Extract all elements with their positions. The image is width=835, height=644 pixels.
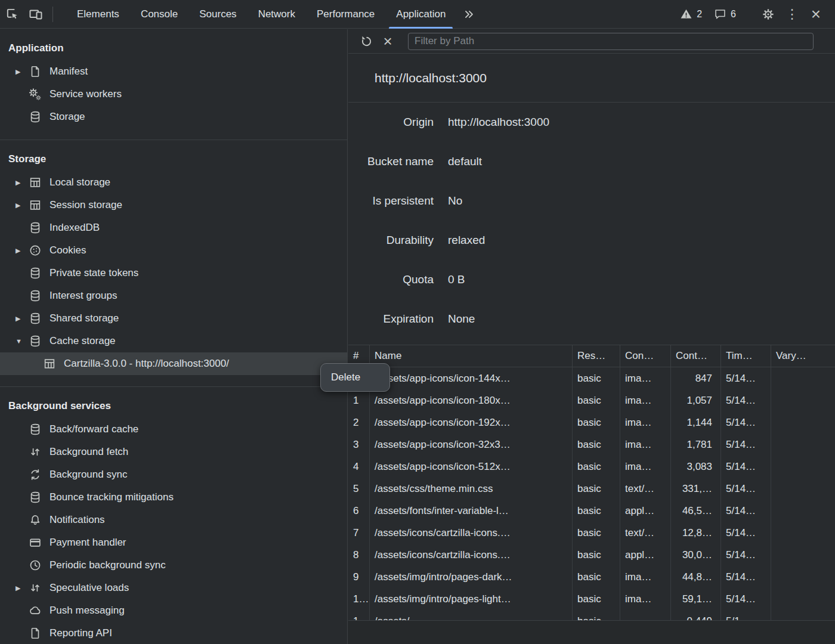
- warnings-badge[interactable]: 2: [674, 8, 708, 20]
- sidebar-item-storage[interactable]: Storage: [0, 106, 347, 128]
- sidebar-item-notifications[interactable]: Notifications: [0, 509, 347, 531]
- cell-content-length: 12,8…: [671, 522, 721, 544]
- up-down-arrows-icon: [29, 581, 42, 595]
- sidebar-item-shared-storage[interactable]: ▶ Shared storage: [0, 307, 347, 330]
- sidebar-item-background-sync[interactable]: Background sync: [0, 463, 347, 486]
- issues-badge[interactable]: 6: [708, 8, 742, 20]
- refresh-button[interactable]: [355, 30, 377, 52]
- column-header-vary[interactable]: Vary…: [771, 345, 835, 367]
- sidebar-item-private-state-tokens[interactable]: Private state tokens: [0, 262, 347, 284]
- cell-number: 1: [348, 389, 370, 411]
- sidebar-item-cookies[interactable]: ▶ Cookies: [0, 239, 347, 262]
- cell-number: 9: [348, 566, 370, 588]
- more-options-button[interactable]: ⋮: [780, 0, 804, 29]
- expander-expanded-icon[interactable]: ▼: [16, 338, 29, 345]
- sidebar-item-periodic-background-sync[interactable]: Periodic background sync: [0, 554, 347, 577]
- table-row[interactable]: 8 /assets/icons/cartzilla-icons.… basic …: [348, 544, 835, 566]
- tab-performance[interactable]: Performance: [306, 0, 385, 29]
- sidebar-item-manifest[interactable]: ▶ Manifest: [0, 60, 347, 83]
- warning-count: 2: [697, 9, 702, 20]
- cell-content-length: 1,057: [671, 389, 721, 411]
- table-row[interactable]: 1 /assets/app-icons/icon-180x… basic ima…: [348, 389, 835, 411]
- cell-number: 5: [348, 478, 370, 500]
- sidebar-item-cache-storage[interactable]: ▼ Cache storage: [0, 330, 347, 352]
- column-header-content-type[interactable]: Con…: [620, 345, 671, 367]
- inspect-element-button[interactable]: [0, 0, 24, 29]
- meta-label: Origin: [348, 116, 434, 129]
- sidebar-item-speculative-loads[interactable]: ▶ Speculative loads: [0, 577, 347, 599]
- sidebar-item-label: Private state tokens: [50, 267, 138, 279]
- clock-icon: [29, 559, 42, 572]
- column-header-response-type[interactable]: Res…: [573, 345, 620, 367]
- cell-name: /assets/app-icons/icon-192x…: [370, 411, 573, 434]
- cloud-icon: [29, 604, 42, 617]
- sidebar-item-payment-handler[interactable]: Payment handler: [0, 531, 347, 554]
- expander-collapsed-icon[interactable]: ▶: [16, 179, 29, 187]
- sidebar-item-cache-cartzilla[interactable]: Cartzilla-3.0.0 - http://localhost:3000/: [0, 352, 347, 375]
- cell-name: /assets/css/theme.min.css: [370, 478, 573, 500]
- toolbar-right-group: 2 6 ⋮ ×: [674, 0, 835, 29]
- table-row[interactable]: 0 /assets/app-icons/icon-144x… basic ima…: [348, 367, 835, 389]
- issues-count: 6: [731, 9, 736, 20]
- tab-network[interactable]: Network: [248, 0, 306, 29]
- bell-icon: [29, 513, 42, 527]
- table-row[interactable]: 6 /assets/fonts/inter-variable-l… basic …: [348, 500, 835, 522]
- cell-vary: [771, 389, 835, 411]
- context-menu-item-delete[interactable]: Delete: [331, 371, 360, 383]
- expander-collapsed-icon[interactable]: ▶: [16, 202, 29, 209]
- inspect-icon: [5, 7, 19, 21]
- expander-collapsed-icon[interactable]: ▶: [16, 315, 29, 323]
- cell-content-type: …: [620, 610, 671, 620]
- document-icon: [29, 627, 42, 640]
- tab-console[interactable]: Console: [130, 0, 188, 29]
- sidebar-item-service-workers[interactable]: Service workers: [0, 83, 347, 106]
- sidebar-item-label: Cookies: [50, 244, 86, 256]
- cell-name: /assets/app-icons/icon-180x…: [370, 389, 573, 411]
- close-devtools-button[interactable]: ×: [804, 0, 828, 29]
- cell-content-length: 44,8…: [671, 566, 721, 588]
- cell-vary: [771, 500, 835, 522]
- more-tabs-button[interactable]: [456, 8, 481, 21]
- refresh-icon: [360, 35, 373, 48]
- table-row[interactable]: 4 /assets/app-icons/icon-512x… basic ima…: [348, 456, 835, 478]
- sidebar-item-label: Local storage: [50, 177, 110, 188]
- table-row[interactable]: 7 /assets/icons/cartzilla-icons.… basic …: [348, 522, 835, 544]
- table-row[interactable]: 5 /assets/css/theme.min.css basic text/……: [348, 478, 835, 500]
- tab-sources[interactable]: Sources: [188, 0, 247, 29]
- table-row[interactable]: 1… /assets/… basic … 0,449 5/1…: [348, 610, 835, 620]
- sidebar-item-session-storage[interactable]: ▶ Session storage: [0, 194, 347, 216]
- column-header-name[interactable]: Name: [370, 345, 573, 367]
- sidebar-item-interest-groups[interactable]: Interest groups: [0, 284, 347, 307]
- cell-vary: [771, 588, 835, 610]
- clear-filter-button[interactable]: ×: [377, 30, 398, 52]
- sidebar-item-indexeddb[interactable]: IndexedDB: [0, 216, 347, 239]
- tab-application[interactable]: Application: [385, 0, 456, 29]
- meta-label: Expiration: [348, 312, 434, 326]
- filter-by-path-input[interactable]: [408, 33, 814, 50]
- expander-collapsed-icon[interactable]: ▶: [16, 247, 29, 255]
- sidebar-item-local-storage[interactable]: ▶ Local storage: [0, 171, 347, 194]
- table-row[interactable]: 1… /assets/img/intro/pages-light… basic …: [348, 588, 835, 610]
- table-row[interactable]: 3 /assets/app-icons/icon-32x3… basic ima…: [348, 434, 835, 456]
- panel-tabs: Elements Console Sources Network Perform…: [66, 0, 456, 29]
- sidebar-item-bounce-tracking-mitigations[interactable]: Bounce tracking mitigations: [0, 486, 347, 509]
- expander-collapsed-icon[interactable]: ▶: [16, 68, 29, 76]
- device-toolbar-button[interactable]: [24, 0, 48, 29]
- cell-vary: [771, 522, 835, 544]
- settings-button[interactable]: [756, 0, 780, 29]
- sidebar-item-background-fetch[interactable]: Background fetch: [0, 441, 347, 463]
- table-row[interactable]: 2 /assets/app-icons/icon-192x… basic ima…: [348, 411, 835, 434]
- sidebar-item-back-forward-cache[interactable]: Back/forward cache: [0, 418, 347, 441]
- database-icon: [29, 335, 42, 348]
- table-icon: [43, 357, 56, 370]
- tab-elements[interactable]: Elements: [66, 0, 130, 29]
- sidebar-item-reporting-api[interactable]: Reporting API: [0, 622, 347, 644]
- column-header-time-cached[interactable]: Tim…: [721, 345, 771, 367]
- sidebar-item-label: Bounce tracking mitigations: [50, 491, 174, 503]
- table-row[interactable]: 9 /assets/img/intro/pages-dark… basic im…: [348, 566, 835, 588]
- meta-row-expiration: Expiration None: [348, 299, 835, 339]
- sidebar-item-push-messaging[interactable]: Push messaging: [0, 599, 347, 622]
- column-header-content-length[interactable]: Cont…: [671, 345, 721, 367]
- table-icon: [29, 176, 42, 189]
- expander-collapsed-icon[interactable]: ▶: [16, 584, 29, 592]
